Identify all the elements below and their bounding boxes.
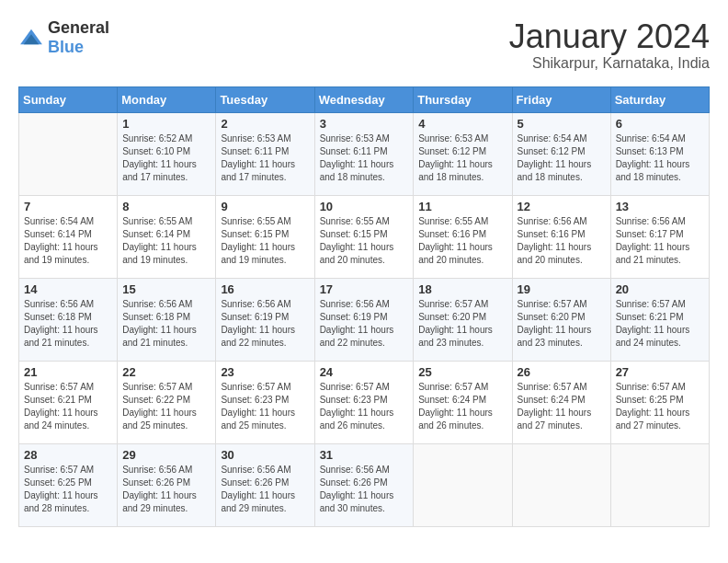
day-cell: 5Sunrise: 6:54 AMSunset: 6:12 PMDaylight… [512, 112, 610, 195]
day-info: Sunrise: 6:55 AMSunset: 6:15 PMDaylight:… [320, 215, 409, 267]
day-info: Sunrise: 6:56 AMSunset: 6:19 PMDaylight:… [320, 298, 409, 350]
day-cell: 11Sunrise: 6:55 AMSunset: 6:16 PMDayligh… [414, 195, 512, 278]
day-number: 17 [320, 282, 409, 296]
day-cell: 25Sunrise: 6:57 AMSunset: 6:24 PMDayligh… [414, 361, 512, 443]
day-cell: 31Sunrise: 6:56 AMSunset: 6:26 PMDayligh… [314, 443, 414, 526]
day-number: 3 [320, 117, 409, 131]
weekday-header-friday: Friday [512, 86, 610, 112]
title-block: January 2024 Shikarpur, Karnataka, India [509, 18, 710, 72]
day-cell: 17Sunrise: 6:56 AMSunset: 6:19 PMDayligh… [314, 278, 414, 361]
calendar-table: SundayMondayTuesdayWednesdayThursdayFrid… [18, 86, 710, 527]
day-cell: 9Sunrise: 6:55 AMSunset: 6:15 PMDaylight… [216, 195, 314, 278]
week-row-1: 1Sunrise: 6:52 AMSunset: 6:10 PMDaylight… [19, 112, 710, 195]
day-number: 16 [221, 282, 309, 296]
day-info: Sunrise: 6:54 AMSunset: 6:12 PMDaylight:… [518, 132, 606, 184]
day-cell: 22Sunrise: 6:57 AMSunset: 6:22 PMDayligh… [118, 361, 216, 443]
weekday-header-sunday: Sunday [19, 86, 118, 112]
day-number: 14 [24, 282, 112, 296]
weekday-header-thursday: Thursday [414, 86, 512, 112]
logo: General Blue [18, 18, 109, 57]
day-info: Sunrise: 6:57 AMSunset: 6:20 PMDaylight:… [518, 298, 606, 350]
weekday-header-saturday: Saturday [610, 86, 709, 112]
month-title: January 2024 [509, 18, 710, 55]
day-info: Sunrise: 6:56 AMSunset: 6:18 PMDaylight:… [122, 298, 210, 350]
day-number: 2 [221, 117, 309, 131]
day-number: 22 [122, 365, 210, 379]
day-cell: 10Sunrise: 6:55 AMSunset: 6:15 PMDayligh… [314, 195, 414, 278]
day-number: 19 [518, 282, 606, 296]
day-cell: 18Sunrise: 6:57 AMSunset: 6:20 PMDayligh… [414, 278, 512, 361]
day-info: Sunrise: 6:56 AMSunset: 6:18 PMDaylight:… [24, 298, 112, 350]
logo-icon [18, 28, 44, 48]
day-cell: 23Sunrise: 6:57 AMSunset: 6:23 PMDayligh… [216, 361, 314, 443]
day-cell: 1Sunrise: 6:52 AMSunset: 6:10 PMDaylight… [118, 112, 216, 195]
day-number: 26 [518, 365, 606, 379]
day-cell: 30Sunrise: 6:56 AMSunset: 6:26 PMDayligh… [216, 443, 314, 526]
day-info: Sunrise: 6:57 AMSunset: 6:24 PMDaylight:… [418, 381, 506, 432]
day-number: 13 [616, 200, 704, 213]
day-cell [414, 443, 512, 526]
day-info: Sunrise: 6:55 AMSunset: 6:16 PMDaylight:… [418, 215, 506, 267]
day-info: Sunrise: 6:57 AMSunset: 6:21 PMDaylight:… [24, 381, 112, 432]
day-info: Sunrise: 6:57 AMSunset: 6:25 PMDaylight:… [616, 381, 704, 432]
day-cell: 7Sunrise: 6:54 AMSunset: 6:14 PMDaylight… [19, 195, 118, 278]
day-cell: 24Sunrise: 6:57 AMSunset: 6:23 PMDayligh… [314, 361, 414, 443]
day-cell [512, 443, 610, 526]
weekday-header-monday: Monday [118, 86, 216, 112]
day-info: Sunrise: 6:56 AMSunset: 6:19 PMDaylight:… [221, 298, 309, 350]
day-cell: 29Sunrise: 6:56 AMSunset: 6:26 PMDayligh… [118, 443, 216, 526]
day-number: 4 [418, 117, 506, 131]
day-info: Sunrise: 6:57 AMSunset: 6:20 PMDaylight:… [418, 298, 506, 350]
logo-general: General [48, 18, 109, 37]
logo-blue: Blue [48, 38, 84, 56]
day-number: 12 [518, 200, 606, 213]
day-info: Sunrise: 6:57 AMSunset: 6:24 PMDaylight:… [518, 381, 606, 432]
day-number: 1 [122, 117, 210, 131]
day-info: Sunrise: 6:54 AMSunset: 6:14 PMDaylight:… [24, 215, 112, 267]
day-cell: 6Sunrise: 6:54 AMSunset: 6:13 PMDaylight… [610, 112, 709, 195]
day-cell: 27Sunrise: 6:57 AMSunset: 6:25 PMDayligh… [610, 361, 709, 443]
day-cell: 19Sunrise: 6:57 AMSunset: 6:20 PMDayligh… [512, 278, 610, 361]
day-info: Sunrise: 6:53 AMSunset: 6:11 PMDaylight:… [221, 132, 309, 184]
day-cell: 12Sunrise: 6:56 AMSunset: 6:16 PMDayligh… [512, 195, 610, 278]
day-cell: 20Sunrise: 6:57 AMSunset: 6:21 PMDayligh… [610, 278, 709, 361]
day-number: 11 [418, 200, 506, 213]
day-number: 21 [24, 365, 112, 379]
day-info: Sunrise: 6:57 AMSunset: 6:22 PMDaylight:… [122, 381, 210, 432]
day-cell: 4Sunrise: 6:53 AMSunset: 6:12 PMDaylight… [414, 112, 512, 195]
week-row-4: 21Sunrise: 6:57 AMSunset: 6:21 PMDayligh… [19, 361, 710, 443]
day-cell [610, 443, 709, 526]
day-number: 6 [616, 117, 704, 131]
day-number: 20 [616, 282, 704, 296]
day-info: Sunrise: 6:57 AMSunset: 6:23 PMDaylight:… [221, 381, 309, 432]
day-info: Sunrise: 6:56 AMSunset: 6:26 PMDaylight:… [221, 464, 309, 515]
week-row-5: 28Sunrise: 6:57 AMSunset: 6:25 PMDayligh… [19, 443, 710, 526]
weekday-header-tuesday: Tuesday [216, 86, 314, 112]
day-cell: 15Sunrise: 6:56 AMSunset: 6:18 PMDayligh… [118, 278, 216, 361]
day-cell: 3Sunrise: 6:53 AMSunset: 6:11 PMDaylight… [314, 112, 414, 195]
day-number: 24 [320, 365, 409, 379]
day-info: Sunrise: 6:53 AMSunset: 6:12 PMDaylight:… [418, 132, 506, 184]
day-info: Sunrise: 6:54 AMSunset: 6:13 PMDaylight:… [616, 132, 704, 184]
day-number: 9 [221, 200, 309, 213]
day-number: 8 [122, 200, 210, 213]
weekday-header-wednesday: Wednesday [314, 86, 414, 112]
week-row-2: 7Sunrise: 6:54 AMSunset: 6:14 PMDaylight… [19, 195, 710, 278]
day-info: Sunrise: 6:56 AMSunset: 6:17 PMDaylight:… [616, 215, 704, 267]
page-header: General Blue January 2024 Shikarpur, Kar… [18, 18, 710, 72]
day-cell: 13Sunrise: 6:56 AMSunset: 6:17 PMDayligh… [610, 195, 709, 278]
day-info: Sunrise: 6:56 AMSunset: 6:16 PMDaylight:… [518, 215, 606, 267]
day-info: Sunrise: 6:53 AMSunset: 6:11 PMDaylight:… [320, 132, 409, 184]
day-number: 18 [418, 282, 506, 296]
day-number: 30 [221, 448, 309, 462]
day-info: Sunrise: 6:55 AMSunset: 6:15 PMDaylight:… [221, 215, 309, 267]
day-info: Sunrise: 6:57 AMSunset: 6:23 PMDaylight:… [320, 381, 409, 432]
day-number: 29 [122, 448, 210, 462]
logo-text: General Blue [48, 18, 109, 57]
day-info: Sunrise: 6:52 AMSunset: 6:10 PMDaylight:… [122, 132, 210, 184]
day-number: 7 [24, 200, 112, 213]
day-info: Sunrise: 6:56 AMSunset: 6:26 PMDaylight:… [122, 464, 210, 515]
day-cell: 2Sunrise: 6:53 AMSunset: 6:11 PMDaylight… [216, 112, 314, 195]
day-info: Sunrise: 6:56 AMSunset: 6:26 PMDaylight:… [320, 464, 409, 515]
day-number: 10 [320, 200, 409, 213]
